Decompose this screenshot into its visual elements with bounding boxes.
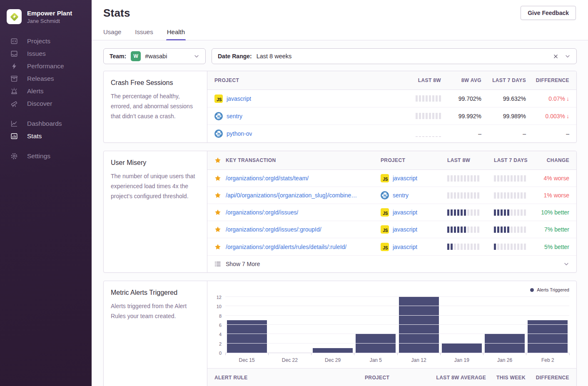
column-header-alert-rule: Alert Rule [214,375,365,381]
python-platform-icon [214,129,223,138]
js-platform-icon: JS [381,243,389,251]
sidebar-item-performance[interactable]: Performance [0,60,92,72]
org-switcher[interactable]: Empower Plant Jane Schmidt [0,0,92,32]
sidebar-item-label: Alerts [27,87,44,95]
team-select[interactable]: Team: W #wasabi [103,48,206,64]
project-link[interactable]: javascript [393,175,417,182]
chart-bar-dec-29 [313,348,353,353]
column-header-difference: Difference [536,375,569,381]
metric-value: 99.632% [503,95,526,102]
star-icon[interactable] [214,226,221,233]
user-misery-panel: User Misery The number of unique users t… [103,151,577,273]
sidebar-item-alerts[interactable]: Alerts [0,85,92,97]
table-row: JSjavascript99.702%99.632%0.07%↓ [207,90,576,107]
column-header-this-week: This Week [496,375,526,381]
project-link[interactable]: javascript [393,244,417,250]
table-row: /organizations/:orgId/issues/:groupId/JS… [207,221,576,238]
table-header: Key TransactionProjectLast 8wLast 7 Days… [207,151,576,170]
tab-bar: UsageIssuesHealth [92,28,588,40]
performance-icon [10,62,18,70]
sparkline [494,227,534,233]
column-header-last-8w: Last 8w [447,157,494,163]
tab-issues[interactable]: Issues [135,28,153,40]
show-more-button[interactable]: Show 7 More [207,255,576,272]
transaction-link[interactable]: /organizations/:orgId/alerts/rules/detai… [226,244,346,250]
chart-legend[interactable]: Alerts Triggered [212,286,569,293]
star-icon[interactable] [214,175,221,182]
sidebar-item-label: Stats [27,132,42,140]
sparkline [416,113,441,119]
bar-slot [397,295,440,353]
y-axis: 024681012 [212,295,225,353]
project-link[interactable]: sentry [393,192,409,199]
column-header-last-8w: Last 8w [418,77,441,83]
y-tick-label: 0 [219,351,222,356]
transaction-link[interactable]: /organizations/:orgId/issues/ [226,209,298,216]
org-user-name: Jane Schmidt [27,18,72,24]
sidebar-item-projects[interactable]: Projects [0,35,92,47]
transaction-link[interactable]: /organizations/:orgId/stats/team/ [226,175,309,182]
give-feedback-button[interactable]: Give Feedback [521,6,576,20]
filter-bar: Team: W #wasabi Date Range: Last 8 weeks [103,48,577,64]
js-platform-icon: JS [381,208,389,217]
bar-slot [268,295,311,353]
star-icon[interactable] [214,244,221,250]
table-body: JSjavascript99.702%99.632%0.07%↓sentry99… [207,90,576,142]
panel-text: The percentage of healthy, errored, and … [111,91,200,121]
star-icon [214,157,221,164]
dashboards-icon [10,120,18,127]
metric-value: 99.702% [458,95,481,102]
metric-alerts-description: Metric Alerts Triggered Alerts triggered… [104,281,207,386]
chevron-down-icon[interactable] [194,53,199,59]
table-row: python-ov––– [207,125,576,142]
project-link[interactable]: javascript [393,226,417,233]
sidebar-item-discover[interactable]: Discover [0,97,92,110]
list-icon [214,261,221,267]
project-link[interactable]: sentry [227,113,242,120]
sparkline [494,209,534,216]
sidebar-item-label: Settings [27,152,50,160]
content-area: Team: W #wasabi Date Range: Last 8 weeks… [92,40,588,386]
x-tick-label: Dec 22 [268,357,311,363]
sidebar-item-label: Projects [27,37,50,45]
star-icon[interactable] [214,192,221,199]
team-value: #wasabi [145,53,167,60]
sidebar-item-stats[interactable]: Stats [0,130,92,142]
table-row: /organizations/:orgId/issues/JSjavascrip… [207,204,576,221]
chart-bar-jan-19 [442,344,482,353]
difference-value: 0.003%↓ [546,113,569,120]
transaction-link[interactable]: /organizations/:orgId/issues/:groupId/ [226,226,321,233]
metric-alerts-body: Alerts Triggered 024681012 Dec 15Dec 22D… [207,281,576,386]
clear-date-icon[interactable] [553,54,558,59]
transaction-link[interactable]: /api/0/organizations/{organization_slug}… [226,192,357,199]
sidebar-item-label: Releases [27,75,54,82]
team-avatar: W [131,51,141,61]
chevron-down-icon[interactable] [565,53,571,59]
org-logo-icon [9,11,20,22]
date-range-select[interactable]: Date Range: Last 8 weeks [212,48,577,64]
difference-value: 0.07%↓ [548,95,569,102]
x-tick-label: Jan 26 [483,357,526,363]
table-header: ProjectLast 8w8w AvgLast 7 DaysDifferenc… [207,71,576,90]
tab-health[interactable]: Health [167,28,185,40]
project-link[interactable]: javascript [393,209,417,216]
metric-value: 99.989% [503,113,526,120]
sidebar-item-issues[interactable]: Issues [0,47,92,60]
sparkline [494,175,534,182]
sidebar-item-settings[interactable]: Settings [0,150,92,162]
project-link[interactable]: python-ov [227,130,252,137]
arrow-down-icon: ↓ [566,113,569,120]
sidebar-item-dashboards[interactable]: Dashboards [0,117,92,130]
project-link[interactable]: javascript [227,95,251,102]
sparkline [447,227,494,233]
star-icon[interactable] [214,209,221,216]
sidebar-nav: ProjectsIssuesPerformanceReleasesAlertsD… [0,35,92,162]
metric-value: – [478,130,481,137]
plot-area [225,295,569,353]
date-range-value: Last 8 weeks [257,53,292,60]
change-value: 5% better [544,244,569,250]
tab-usage[interactable]: Usage [103,28,121,40]
js-platform-icon: JS [381,174,389,182]
python-platform-icon [214,112,223,120]
sidebar-item-releases[interactable]: Releases [0,72,92,85]
